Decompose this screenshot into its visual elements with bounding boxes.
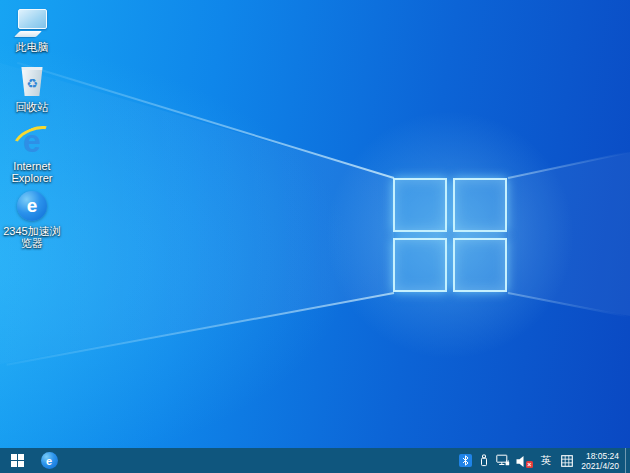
network-tray-button[interactable] xyxy=(493,448,513,473)
usb-device-tray-button[interactable] xyxy=(475,448,493,473)
bluetooth-icon xyxy=(459,454,472,467)
desktop-icon-recycle-bin[interactable]: ♻ 回收站 xyxy=(1,65,63,113)
clock-date: 2021/4/20 xyxy=(581,461,619,471)
desktop-icon-label: Internet Explorer xyxy=(1,160,63,184)
recycle-bin-icon: ♻ xyxy=(1,65,63,98)
desktop-icon-internet-explorer[interactable]: e Internet Explorer xyxy=(1,124,63,184)
windows-logo-pane xyxy=(453,238,507,292)
language-indicator: 英 xyxy=(537,454,556,468)
language-indicator-button[interactable]: 英 xyxy=(534,448,559,473)
windows-logo-pane xyxy=(453,178,507,232)
network-icon xyxy=(496,454,510,467)
2345-browser-icon: e xyxy=(1,189,63,222)
this-pc-icon xyxy=(1,5,63,38)
taskbar-clock[interactable]: 18:05:24 2021/4/20 xyxy=(576,451,625,471)
windows-logo-pane xyxy=(393,238,447,292)
show-desktop-button[interactable] xyxy=(625,448,630,473)
ime-tray-button[interactable] xyxy=(558,448,576,473)
desktop-icon-2345-browser[interactable]: e 2345加速浏览器 xyxy=(1,189,63,249)
taskbar-item-2345-browser[interactable]: e xyxy=(34,448,64,473)
volume-tray-button[interactable]: × xyxy=(513,448,534,473)
start-button[interactable] xyxy=(0,448,34,473)
desktop-icon-label: 回收站 xyxy=(16,101,49,113)
bluetooth-tray-button[interactable] xyxy=(456,448,475,473)
wallpaper xyxy=(0,0,630,473)
mute-badge: × xyxy=(526,461,533,468)
taskbar: e xyxy=(0,448,630,473)
desktop-icon-label: 2345加速浏览器 xyxy=(1,225,63,249)
windows-logo-pane xyxy=(393,178,447,232)
system-tray: × 英 18:05:24 2021/4/20 xyxy=(456,448,630,473)
2345-browser-taskbar-icon: e xyxy=(41,452,58,469)
windows-logo xyxy=(393,178,507,292)
usb-device-icon xyxy=(478,454,490,467)
windows-desktop: 此电脑 ♻ 回收站 e Internet Explorer e 2345加速浏览… xyxy=(0,0,630,473)
windows-start-icon xyxy=(11,454,24,467)
volume-muted-icon: × xyxy=(516,454,531,467)
clock-time: 18:05:24 xyxy=(586,451,619,461)
desktop-icon-label: 此电脑 xyxy=(16,41,49,53)
internet-explorer-icon: e xyxy=(1,124,63,157)
desktop-icon-this-pc[interactable]: 此电脑 xyxy=(1,5,63,53)
ime-icon xyxy=(561,455,573,467)
